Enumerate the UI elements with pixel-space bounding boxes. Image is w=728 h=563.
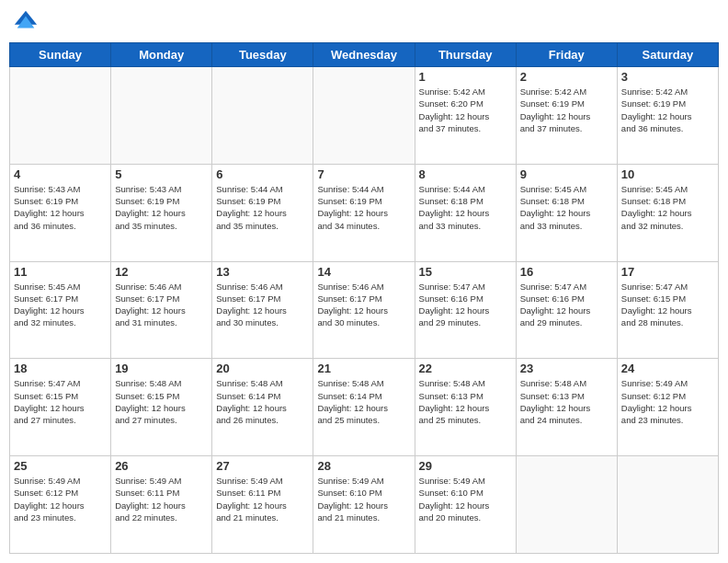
- weekday-header: Tuesday: [212, 43, 313, 67]
- calendar-week-row: 11Sunrise: 5:45 AM Sunset: 6:17 PM Dayli…: [10, 261, 719, 359]
- page-header: [9, 9, 719, 35]
- calendar-cell: 7Sunrise: 5:44 AM Sunset: 6:19 PM Daylig…: [313, 164, 415, 261]
- calendar-table: SundayMondayTuesdayWednesdayThursdayFrid…: [9, 42, 719, 554]
- calendar-cell: 3Sunrise: 5:42 AM Sunset: 6:19 PM Daylig…: [617, 67, 718, 165]
- day-number: 4: [14, 167, 107, 181]
- calendar-cell: [10, 67, 111, 165]
- calendar-cell: 14Sunrise: 5:46 AM Sunset: 6:17 PM Dayli…: [313, 261, 415, 359]
- calendar-cell: 20Sunrise: 5:48 AM Sunset: 6:14 PM Dayli…: [212, 359, 313, 456]
- day-number: 15: [419, 265, 512, 279]
- calendar-cell: 16Sunrise: 5:47 AM Sunset: 6:16 PM Dayli…: [516, 261, 617, 359]
- day-info: Sunrise: 5:43 AM Sunset: 6:19 PM Dayligh…: [115, 183, 208, 232]
- calendar-cell: 17Sunrise: 5:47 AM Sunset: 6:15 PM Dayli…: [617, 261, 718, 359]
- calendar-cell: 1Sunrise: 5:42 AM Sunset: 6:20 PM Daylig…: [415, 67, 516, 165]
- weekday-header: Thursday: [415, 43, 516, 67]
- day-number: 14: [317, 265, 410, 279]
- day-info: Sunrise: 5:48 AM Sunset: 6:14 PM Dayligh…: [216, 377, 309, 426]
- calendar-cell: 22Sunrise: 5:48 AM Sunset: 6:13 PM Dayli…: [415, 359, 516, 456]
- calendar-week-row: 18Sunrise: 5:47 AM Sunset: 6:15 PM Dayli…: [10, 359, 719, 456]
- calendar-cell: 23Sunrise: 5:48 AM Sunset: 6:13 PM Dayli…: [516, 359, 617, 456]
- calendar-cell: 26Sunrise: 5:49 AM Sunset: 6:11 PM Dayli…: [111, 456, 212, 554]
- day-info: Sunrise: 5:49 AM Sunset: 6:10 PM Dayligh…: [317, 475, 410, 523]
- day-number: 3: [621, 70, 714, 84]
- logo-icon: [13, 9, 39, 35]
- calendar-cell: 4Sunrise: 5:43 AM Sunset: 6:19 PM Daylig…: [10, 164, 111, 261]
- day-number: 5: [115, 167, 208, 181]
- day-info: Sunrise: 5:43 AM Sunset: 6:19 PM Dayligh…: [14, 183, 107, 232]
- calendar-cell: [111, 67, 212, 165]
- calendar-cell: 12Sunrise: 5:46 AM Sunset: 6:17 PM Dayli…: [111, 261, 212, 359]
- weekday-header: Wednesday: [313, 43, 415, 67]
- calendar-cell: 9Sunrise: 5:45 AM Sunset: 6:18 PM Daylig…: [516, 164, 617, 261]
- day-number: 1: [419, 70, 512, 84]
- day-number: 8: [419, 167, 512, 181]
- day-info: Sunrise: 5:49 AM Sunset: 6:12 PM Dayligh…: [621, 377, 714, 426]
- day-info: Sunrise: 5:49 AM Sunset: 6:11 PM Dayligh…: [216, 475, 309, 523]
- calendar-cell: 24Sunrise: 5:49 AM Sunset: 6:12 PM Dayli…: [617, 359, 718, 456]
- day-number: 13: [216, 265, 309, 279]
- day-number: 7: [317, 167, 410, 181]
- day-number: 16: [520, 265, 613, 279]
- day-info: Sunrise: 5:45 AM Sunset: 6:17 PM Dayligh…: [14, 281, 107, 329]
- calendar-cell: 13Sunrise: 5:46 AM Sunset: 6:17 PM Dayli…: [212, 261, 313, 359]
- day-number: 19: [115, 362, 208, 375]
- day-number: 18: [14, 362, 107, 375]
- calendar-cell: 5Sunrise: 5:43 AM Sunset: 6:19 PM Daylig…: [111, 164, 212, 261]
- calendar-cell: [516, 456, 617, 554]
- calendar-cell: 6Sunrise: 5:44 AM Sunset: 6:19 PM Daylig…: [212, 164, 313, 261]
- day-number: 17: [621, 265, 714, 279]
- day-number: 11: [14, 265, 107, 279]
- day-number: 12: [115, 265, 208, 279]
- calendar-header-row: SundayMondayTuesdayWednesdayThursdayFrid…: [10, 43, 719, 67]
- day-number: 10: [621, 167, 714, 181]
- calendar-cell: 27Sunrise: 5:49 AM Sunset: 6:11 PM Dayli…: [212, 456, 313, 554]
- calendar-cell: [617, 456, 718, 554]
- day-number: 26: [115, 459, 208, 473]
- day-info: Sunrise: 5:45 AM Sunset: 6:18 PM Dayligh…: [621, 183, 714, 232]
- calendar-cell: 28Sunrise: 5:49 AM Sunset: 6:10 PM Dayli…: [313, 456, 415, 554]
- weekday-header: Monday: [111, 43, 212, 67]
- calendar-week-row: 25Sunrise: 5:49 AM Sunset: 6:12 PM Dayli…: [10, 456, 719, 554]
- calendar-cell: 2Sunrise: 5:42 AM Sunset: 6:19 PM Daylig…: [516, 67, 617, 165]
- day-info: Sunrise: 5:48 AM Sunset: 6:15 PM Dayligh…: [115, 377, 208, 426]
- day-number: 28: [317, 459, 410, 473]
- day-info: Sunrise: 5:42 AM Sunset: 6:19 PM Dayligh…: [520, 86, 613, 134]
- day-info: Sunrise: 5:48 AM Sunset: 6:13 PM Dayligh…: [520, 377, 613, 426]
- day-info: Sunrise: 5:42 AM Sunset: 6:20 PM Dayligh…: [419, 86, 512, 134]
- day-number: 24: [621, 362, 714, 375]
- calendar-cell: 8Sunrise: 5:44 AM Sunset: 6:18 PM Daylig…: [415, 164, 516, 261]
- calendar-cell: 29Sunrise: 5:49 AM Sunset: 6:10 PM Dayli…: [415, 456, 516, 554]
- calendar-week-row: 4Sunrise: 5:43 AM Sunset: 6:19 PM Daylig…: [10, 164, 719, 261]
- day-info: Sunrise: 5:48 AM Sunset: 6:13 PM Dayligh…: [419, 377, 512, 426]
- day-number: 27: [216, 459, 309, 473]
- calendar-page: SundayMondayTuesdayWednesdayThursdayFrid…: [0, 0, 728, 563]
- day-info: Sunrise: 5:49 AM Sunset: 6:11 PM Dayligh…: [115, 475, 208, 523]
- calendar-cell: 11Sunrise: 5:45 AM Sunset: 6:17 PM Dayli…: [10, 261, 111, 359]
- day-info: Sunrise: 5:46 AM Sunset: 6:17 PM Dayligh…: [216, 281, 309, 329]
- day-number: 2: [520, 70, 613, 84]
- day-number: 29: [419, 459, 512, 473]
- day-number: 20: [216, 362, 309, 375]
- day-number: 6: [216, 167, 309, 181]
- weekday-header: Saturday: [617, 43, 718, 67]
- day-number: 22: [419, 362, 512, 375]
- calendar-cell: 21Sunrise: 5:48 AM Sunset: 6:14 PM Dayli…: [313, 359, 415, 456]
- calendar-cell: [313, 67, 415, 165]
- day-info: Sunrise: 5:44 AM Sunset: 6:18 PM Dayligh…: [419, 183, 512, 232]
- calendar-cell: 15Sunrise: 5:47 AM Sunset: 6:16 PM Dayli…: [415, 261, 516, 359]
- day-info: Sunrise: 5:42 AM Sunset: 6:19 PM Dayligh…: [621, 86, 714, 134]
- calendar-cell: 19Sunrise: 5:48 AM Sunset: 6:15 PM Dayli…: [111, 359, 212, 456]
- day-number: 21: [317, 362, 410, 375]
- day-info: Sunrise: 5:44 AM Sunset: 6:19 PM Dayligh…: [317, 183, 410, 232]
- calendar-cell: 18Sunrise: 5:47 AM Sunset: 6:15 PM Dayli…: [10, 359, 111, 456]
- calendar-cell: 25Sunrise: 5:49 AM Sunset: 6:12 PM Dayli…: [10, 456, 111, 554]
- day-number: 9: [520, 167, 613, 181]
- weekday-header: Friday: [516, 43, 617, 67]
- day-info: Sunrise: 5:49 AM Sunset: 6:10 PM Dayligh…: [419, 475, 512, 523]
- day-info: Sunrise: 5:47 AM Sunset: 6:16 PM Dayligh…: [520, 281, 613, 329]
- day-number: 23: [520, 362, 613, 375]
- day-info: Sunrise: 5:48 AM Sunset: 6:14 PM Dayligh…: [317, 377, 410, 426]
- day-info: Sunrise: 5:47 AM Sunset: 6:15 PM Dayligh…: [621, 281, 714, 329]
- weekday-header: Sunday: [10, 43, 111, 67]
- day-info: Sunrise: 5:47 AM Sunset: 6:16 PM Dayligh…: [419, 281, 512, 329]
